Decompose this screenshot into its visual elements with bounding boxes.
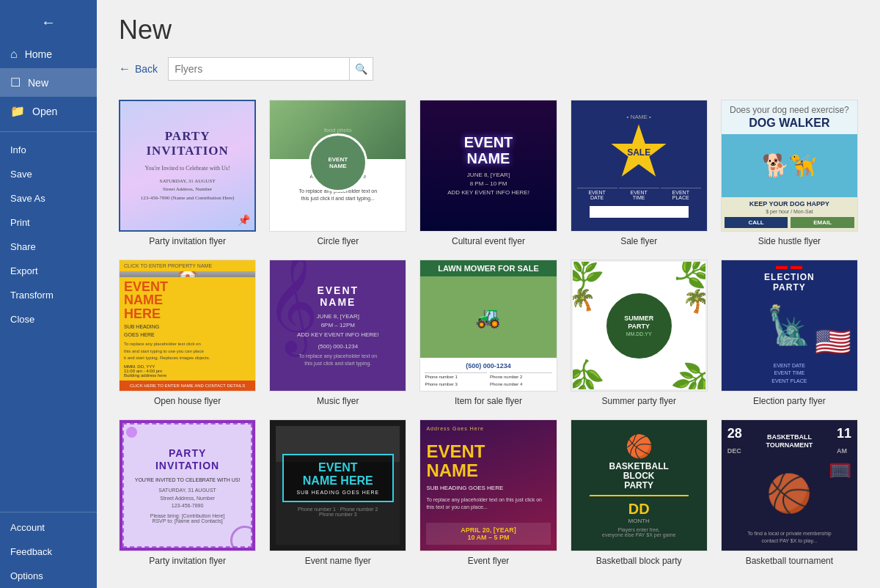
sidebar-back-button[interactable]: ← bbox=[34, 7, 63, 37]
menu-item-feedback[interactable]: Feedback bbox=[0, 540, 97, 564]
back-arrow-icon: ← bbox=[41, 14, 56, 31]
template-thumbnail: LAWN MOWER FOR SALE 🚜 (500) 000-1234 Pho… bbox=[419, 260, 557, 392]
toolbar: ← Back 🔍 bbox=[119, 57, 858, 81]
account-label: Account bbox=[10, 522, 45, 533]
template-item[interactable]: PARTY INVITATION You're Invited to Celeb… bbox=[119, 100, 256, 246]
menu-item-close[interactable]: Close bbox=[0, 307, 97, 331]
search-icon: 🔍 bbox=[355, 63, 367, 75]
template-item[interactable]: Address Goes Here EventName SUB HEADING … bbox=[419, 419, 557, 566]
template-item[interactable]: PARTYINVITATION YOU'RE INVITED TO CELEBR… bbox=[119, 419, 256, 566]
template-thumbnail: Does your dog need exercise? DOG WALKER … bbox=[721, 100, 858, 232]
template-label: Cultural event flyer bbox=[452, 236, 525, 246]
template-item[interactable]: food photo EVENTNAME Add Any Event Info … bbox=[269, 100, 406, 246]
menu-item-export[interactable]: Export bbox=[0, 259, 97, 283]
sidebar-item-label: New bbox=[28, 77, 48, 89]
sidebar-item-home[interactable]: ⌂ Home bbox=[0, 40, 97, 68]
template-item[interactable]: 🌿 🌿 🌿 🌿 🌴 🌴 SUMMERPARTY MM.DD.YY Summer … bbox=[571, 260, 708, 406]
template-label: Basketball tournament bbox=[746, 556, 833, 566]
sidebar-item-label: Home bbox=[25, 48, 52, 60]
menu-item-save[interactable]: Save bbox=[0, 162, 97, 186]
template-label: Party invitation flyer bbox=[149, 236, 226, 246]
menu-item-share[interactable]: Share bbox=[0, 235, 97, 259]
open-icon: 📁 bbox=[10, 104, 25, 118]
template-thumbnail: EVENTNAME JUNE 8, [YEAR]8 PM – 10 PMADD … bbox=[419, 100, 557, 232]
template-label: Side hustle flyer bbox=[758, 236, 821, 246]
new-icon: ☐ bbox=[10, 76, 21, 89]
template-thumbnail: 28DEC BASKETBALLTOURNAMENT 11AM 🏀 🥅 To f… bbox=[721, 419, 858, 551]
search-box: 🔍 bbox=[168, 57, 373, 81]
template-label: Open house flyer bbox=[154, 396, 221, 406]
template-thumbnail: EVENTNAME HERE SUB HEADING GOES HERE Pho… bbox=[269, 419, 406, 551]
menu-item-print[interactable]: Print bbox=[0, 210, 97, 235]
pin-icon: 📌 bbox=[238, 214, 250, 226]
template-item[interactable]: LAWN MOWER FOR SALE 🚜 (500) 000-1234 Pho… bbox=[419, 260, 557, 406]
menu-label: Print bbox=[10, 217, 30, 228]
menu-item-save-as[interactable]: Save As bbox=[0, 186, 97, 210]
sidebar: ← ⌂ Home ☐ New 📁 Open Info Save Save As … bbox=[0, 0, 97, 588]
template-item[interactable]: 28DEC BASKETBALLTOURNAMENT 11AM 🏀 🥅 To f… bbox=[721, 419, 858, 566]
back-arrow-icon: ← bbox=[119, 62, 131, 76]
template-label: Party invitation flyer bbox=[149, 556, 226, 566]
template-thumbnail: 𝄞 EVENTNAME JUNE 8, [YEAR]6PM – 12PMADD … bbox=[269, 260, 406, 392]
search-input[interactable] bbox=[169, 60, 349, 78]
template-label: Circle flyer bbox=[317, 236, 359, 246]
feedback-label: Feedback bbox=[10, 546, 52, 557]
template-label: Item for sale flyer bbox=[455, 396, 522, 406]
template-thumbnail: • NAME • SALE EVENTDATE EVENTTIME EVENTP… bbox=[571, 100, 708, 232]
template-item[interactable]: 🏀 BASKETBALLBLOCKPARTY DD MONTH Players … bbox=[571, 419, 708, 566]
template-label: Sale flyer bbox=[620, 236, 657, 246]
template-grid: PARTY INVITATION You're Invited to Celeb… bbox=[97, 100, 880, 588]
template-thumbnail: PARTYINVITATION YOU'RE INVITED TO CELEBR… bbox=[119, 419, 256, 551]
template-label: Event flyer bbox=[468, 556, 510, 566]
template-label: Music flyer bbox=[317, 396, 359, 406]
page-title: New bbox=[119, 15, 858, 45]
sidebar-item-open[interactable]: 📁 Open bbox=[0, 97, 97, 125]
main-content: New ← Back 🔍 PARTY INVITATIO bbox=[97, 0, 880, 588]
main-header: New ← Back 🔍 bbox=[97, 0, 880, 100]
template-thumbnail: CLICK TO ENTER PROPERTY NAME 🏠 EVENTNAME… bbox=[119, 260, 256, 392]
menu-item-transform[interactable]: Transform bbox=[0, 283, 97, 307]
search-button[interactable]: 🔍 bbox=[349, 58, 373, 80]
template-item[interactable]: • NAME • SALE EVENTDATE EVENTTIME EVENTP… bbox=[571, 100, 708, 246]
menu-item-account[interactable]: Account bbox=[0, 515, 97, 540]
menu-label: Export bbox=[10, 265, 38, 276]
home-icon: ⌂ bbox=[10, 48, 18, 61]
template-label: Summer party flyer bbox=[602, 396, 676, 406]
back-button[interactable]: ← Back bbox=[119, 62, 158, 76]
template-thumbnail: food photo EVENTNAME Add Any Event Info … bbox=[269, 100, 406, 232]
menu-label: Transform bbox=[10, 290, 54, 301]
options-label: Options bbox=[10, 570, 43, 581]
template-item[interactable]: EVENTNAME HERE SUB HEADING GOES HERE Pho… bbox=[269, 419, 406, 566]
menu-label: Save bbox=[10, 169, 32, 180]
template-thumbnail: Address Goes Here EventName SUB HEADING … bbox=[419, 419, 557, 551]
template-item[interactable]: CLICK TO ENTER PROPERTY NAME 🏠 EVENTNAME… bbox=[119, 260, 256, 406]
back-label: Back bbox=[135, 63, 158, 75]
template-thumbnail: ELECTIONPARTY 🗽 🇺🇸 EVENT DATEEVENT TIMEE… bbox=[721, 260, 858, 392]
menu-item-info[interactable]: Info bbox=[0, 138, 97, 162]
template-label: Basketball block party bbox=[596, 556, 682, 566]
menu-item-options[interactable]: Options bbox=[0, 564, 97, 588]
template-item[interactable]: ELECTIONPARTY 🗽 🇺🇸 EVENT DATEEVENT TIMEE… bbox=[721, 260, 858, 406]
template-thumbnail: PARTY INVITATION You're Invited to Celeb… bbox=[119, 100, 256, 232]
template-item[interactable]: 𝄞 EVENTNAME JUNE 8, [YEAR]6PM – 12PMADD … bbox=[269, 260, 406, 406]
sidebar-item-new[interactable]: ☐ New bbox=[0, 68, 97, 97]
template-item[interactable]: EVENTNAME JUNE 8, [YEAR]8 PM – 10 PMADD … bbox=[419, 100, 557, 246]
template-item[interactable]: Does your dog need exercise? DOG WALKER … bbox=[721, 100, 858, 246]
template-thumbnail: 🌿 🌿 🌿 🌿 🌴 🌴 SUMMERPARTY MM.DD.YY bbox=[571, 260, 708, 392]
menu-label: Save As bbox=[10, 193, 45, 204]
sidebar-item-label: Open bbox=[32, 106, 57, 117]
template-thumbnail: 🏀 BASKETBALLBLOCKPARTY DD MONTH Players … bbox=[571, 419, 708, 551]
template-label: Election party flyer bbox=[753, 396, 826, 406]
menu-label: Info bbox=[10, 144, 26, 155]
menu-label: Close bbox=[10, 314, 34, 325]
template-label: Event name flyer bbox=[305, 556, 371, 566]
menu-label: Share bbox=[10, 241, 36, 252]
